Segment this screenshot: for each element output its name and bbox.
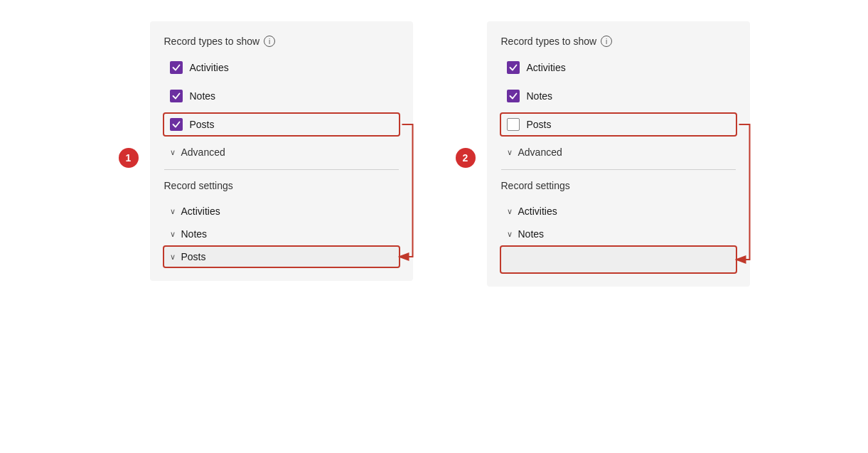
activities-checkbox-row-1[interactable]: Activities (164, 57, 399, 78)
badge-1: 1 (119, 148, 139, 168)
info-icon-1: i (264, 36, 275, 47)
notes-checkbox-checked-1 (170, 90, 183, 102)
notes-checkbox-row-1[interactable]: Notes (164, 85, 399, 107)
chevron-advanced-1: ∨ (170, 148, 176, 157)
panels-area: 1 Record types to show i Activities (119, 21, 750, 287)
record-types-label-2: Record types to show (501, 36, 597, 47)
record-settings-title-1: Record settings (164, 180, 399, 191)
posts-checkbox-row-1[interactable]: Posts (164, 114, 399, 135)
posts-label-2: Posts (527, 119, 552, 130)
record-settings-title-2: Record settings (501, 180, 736, 191)
notes-collapse-2[interactable]: ∨ Notes (501, 224, 736, 244)
activities-collapse-1[interactable]: ∨ Activities (164, 201, 399, 221)
chevron-notes-2: ∨ (507, 230, 513, 239)
advanced-row-1[interactable]: ∨ Advanced (164, 142, 399, 162)
badge-2: 2 (456, 148, 476, 168)
panel-2: Record types to show i Activities (487, 21, 750, 287)
notes-label-1: Notes (190, 90, 216, 102)
posts-checkbox-unchecked-2 (507, 118, 520, 131)
panel-1-wrapper: 1 Record types to show i Activities (119, 21, 413, 287)
activities-checkbox-checked-2 (507, 61, 520, 74)
chevron-posts-1: ∨ (170, 252, 176, 262)
divider-1 (164, 169, 399, 170)
chevron-notes-1: ∨ (170, 230, 176, 239)
info-icon-2: i (601, 36, 612, 47)
advanced-row-2[interactable]: ∨ Advanced (501, 142, 736, 162)
posts-collapse-label-1: Posts (181, 251, 206, 262)
chevron-activities-2: ∨ (507, 207, 513, 216)
record-types-title-1: Record types to show i (164, 36, 399, 47)
posts-label-1: Posts (190, 119, 215, 130)
chevron-activities-1: ∨ (170, 207, 176, 216)
notes-checkbox-row-2[interactable]: Notes (501, 85, 736, 107)
panel-2-wrapper: 2 Record types to show i Activities (456, 21, 750, 287)
activities-label-1: Activities (190, 62, 229, 73)
panel-1: Record types to show i Activities (150, 21, 413, 281)
posts-collapse-1[interactable]: ∨ Posts (164, 247, 399, 267)
notes-collapse-1[interactable]: ∨ Notes (164, 224, 399, 244)
notes-collapse-label-2: Notes (518, 228, 545, 240)
posts-collapse-empty-2 (501, 247, 736, 272)
activities-checkbox-checked-1 (170, 61, 183, 74)
activities-collapse-label-1: Activities (181, 206, 220, 217)
notes-collapse-label-1: Notes (181, 228, 208, 240)
divider-2 (501, 169, 736, 170)
activities-label-2: Activities (527, 62, 566, 73)
activities-collapse-2[interactable]: ∨ Activities (501, 201, 736, 221)
posts-checkbox-checked-1 (170, 118, 183, 131)
advanced-label-2: Advanced (518, 146, 562, 158)
record-types-label-1: Record types to show (164, 36, 260, 47)
activities-checkbox-row-2[interactable]: Activities (501, 57, 736, 78)
notes-label-2: Notes (527, 90, 553, 102)
notes-checkbox-checked-2 (507, 90, 520, 102)
advanced-label-1: Advanced (181, 146, 225, 158)
record-types-title-2: Record types to show i (501, 36, 736, 47)
chevron-advanced-2: ∨ (507, 148, 513, 157)
posts-checkbox-row-2[interactable]: Posts (501, 114, 736, 135)
activities-collapse-label-2: Activities (518, 206, 557, 217)
